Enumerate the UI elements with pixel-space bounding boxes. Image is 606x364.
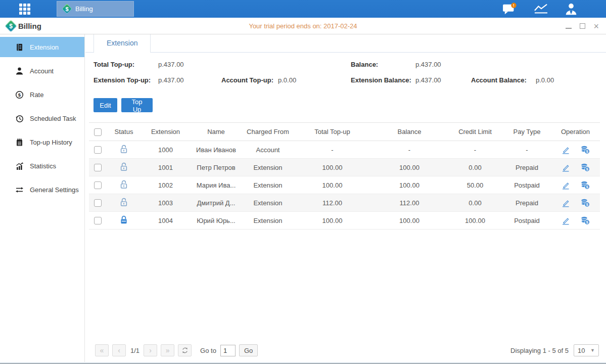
cell-charged-from: Extension: [243, 159, 293, 176]
cell-credit-limit: 0.00: [447, 194, 503, 212]
goto-page-input[interactable]: [220, 345, 236, 356]
edit-button[interactable]: Edit: [94, 98, 117, 112]
row-checkbox[interactable]: [94, 146, 102, 154]
sliders-icon: [15, 186, 24, 194]
displaying-text: Displaying 1 - 5 of 5: [510, 347, 569, 354]
cell-credit-limit: 100.00: [447, 212, 503, 230]
page-indicator: 1/1: [130, 347, 139, 354]
extension-status-lock-icon[interactable]: [119, 198, 128, 207]
top-up-coins-icon[interactable]: $: [580, 180, 590, 190]
edit-pencil-icon[interactable]: [561, 145, 570, 154]
chevron-down-icon: ▼: [590, 348, 595, 353]
cell-name: Юрий Юрь...: [190, 212, 243, 230]
row-checkbox[interactable]: [94, 164, 102, 171]
next-page-button[interactable]: ›: [144, 344, 157, 356]
close-icon[interactable]: ×: [593, 22, 599, 31]
cell-name: Иван Иванов: [190, 141, 243, 159]
taskbar-tab-billing[interactable]: $ Billing: [57, 1, 134, 17]
col-credit-limit: Credit Limit: [447, 123, 503, 141]
cell-total-topup: 100.00: [293, 176, 371, 194]
cell-total-topup: -: [293, 141, 371, 159]
edit-pencil-icon[interactable]: [561, 163, 570, 172]
cell-extension: 1000: [142, 141, 190, 159]
cell-pay-type: -: [503, 141, 551, 159]
edit-pencil-icon[interactable]: [561, 180, 570, 190]
pagination-bar: « ‹ 1/1 › » Go to Go Displaying 1 - 5 of…: [95, 344, 599, 357]
row-checkbox[interactable]: [94, 199, 102, 207]
extensions-table: Status Extension Name Charged From Total…: [89, 122, 600, 230]
sidebar: Extension Account $ Rate Scheduled Task: [0, 34, 85, 362]
top-up-coins-icon[interactable]: $: [580, 145, 590, 154]
last-page-button[interactable]: »: [161, 344, 174, 356]
row-checkbox[interactable]: [94, 217, 102, 224]
page-size-select[interactable]: 10 ▼: [574, 344, 599, 356]
sidebar-item-extension[interactable]: Extension: [0, 37, 84, 57]
statistics-chart-icon[interactable]: [532, 3, 549, 16]
extension-topup-value: p.437.00: [158, 76, 184, 84]
refresh-button[interactable]: [178, 344, 192, 356]
sidebar-item-label: General Settings: [30, 186, 79, 194]
sidebar-item-label: Account: [30, 67, 54, 75]
cell-total-topup: 112.00: [293, 194, 371, 212]
sidebar-item-statistics[interactable]: Statistics: [0, 156, 84, 176]
cell-credit-limit: 0.00: [447, 159, 503, 176]
user-account-icon[interactable]: [563, 3, 580, 16]
first-page-button[interactable]: «: [95, 344, 109, 356]
cell-name: Петр Петров: [190, 159, 243, 176]
extension-status-lock-icon[interactable]: [119, 180, 128, 189]
edit-pencil-icon[interactable]: [561, 216, 570, 225]
cell-balance: -: [371, 141, 447, 159]
refresh-icon: [181, 347, 189, 354]
sidebar-item-account[interactable]: Account: [0, 61, 84, 81]
svg-text:$: $: [586, 220, 588, 224]
cell-total-topup: 100.00: [293, 212, 371, 230]
sidebar-item-scheduled-task[interactable]: Scheduled Task: [0, 108, 84, 128]
sidebar-item-topup-history[interactable]: Top-up History: [0, 132, 84, 152]
col-total-topup: Total Top-up: [293, 123, 371, 141]
top-up-coins-icon[interactable]: $: [580, 163, 590, 172]
cell-name: Мария Ива...: [190, 176, 243, 194]
person-icon: [15, 67, 24, 75]
extension-topup-label: Extension Top-up:: [94, 76, 151, 84]
cell-balance: 100.00: [371, 212, 447, 230]
cell-charged-from: Account: [243, 141, 293, 159]
cell-pay-type: Postpaid: [503, 176, 551, 194]
tab-extension[interactable]: Extension: [94, 34, 151, 53]
prev-page-button[interactable]: ‹: [112, 344, 126, 356]
cell-extension: 1004: [142, 212, 190, 230]
app-grid-icon[interactable]: [19, 4, 34, 15]
extension-status-lock-icon[interactable]: [119, 215, 128, 224]
cell-total-topup: 100.00: [293, 159, 371, 176]
account-balance-label: Account Balance:: [471, 76, 527, 84]
go-button[interactable]: Go: [239, 344, 258, 356]
balance-value: p.437.00: [415, 61, 441, 68]
maximize-icon[interactable]: [580, 22, 585, 30]
extension-status-lock-icon[interactable]: [119, 162, 128, 171]
balance-label: Balance:: [351, 61, 378, 68]
trial-notice: Your trial period ends on: 2017-02-24: [0, 22, 606, 30]
top-up-button[interactable]: Top Up: [121, 98, 153, 112]
cell-pay-type: Prepaid: [503, 194, 551, 212]
sidebar-item-rate[interactable]: $ Rate: [0, 84, 84, 105]
top-up-coins-icon[interactable]: $: [580, 198, 590, 207]
col-operation: Operation: [551, 123, 600, 141]
edit-pencil-icon[interactable]: [561, 198, 570, 207]
svg-text:$: $: [18, 92, 21, 98]
cell-balance: 100.00: [371, 176, 447, 194]
top-up-coins-icon[interactable]: $: [580, 216, 590, 225]
billing-summary: Total Top-up: p.437.00 Balance: p.437.00…: [85, 53, 606, 103]
bar-chart-icon: [15, 162, 24, 170]
sidebar-item-general-settings[interactable]: General Settings: [0, 179, 84, 200]
select-all-checkbox[interactable]: [94, 128, 102, 136]
cell-name: Дмитрий Д...: [190, 194, 243, 212]
billing-diamond-icon: $: [62, 4, 72, 14]
extension-status-lock-icon[interactable]: [119, 145, 128, 154]
cell-extension: 1003: [142, 194, 190, 212]
svg-text:$: $: [586, 203, 588, 207]
sidebar-item-label: Top-up History: [30, 139, 72, 146]
messages-icon[interactable]: !: [501, 3, 519, 16]
row-checkbox[interactable]: [94, 181, 102, 189]
cell-charged-from: Extension: [243, 194, 293, 212]
minimize-icon[interactable]: [566, 22, 572, 30]
notepad-icon: [15, 138, 24, 147]
